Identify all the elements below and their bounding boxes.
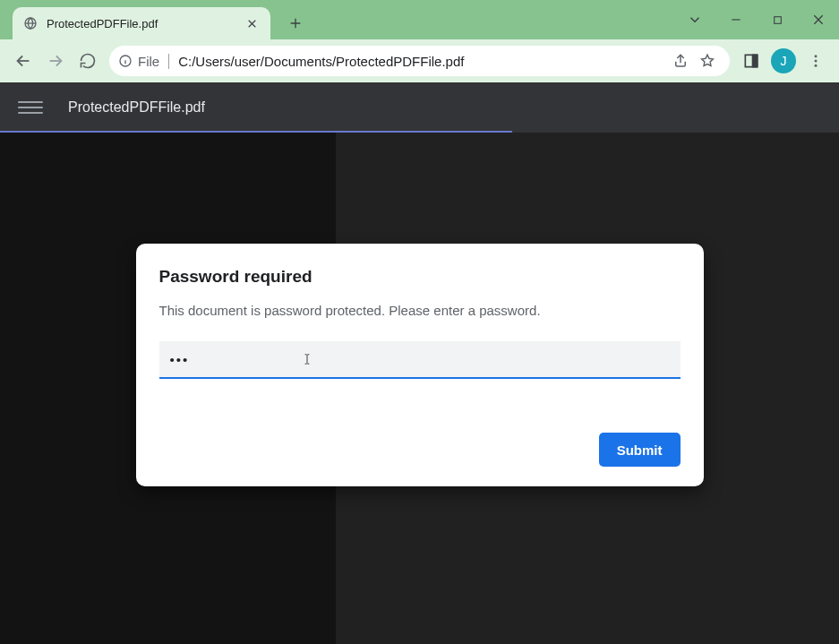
password-dialog: Password required This document is passw… <box>136 244 704 486</box>
reload-button[interactable] <box>72 45 104 77</box>
submit-button[interactable]: Submit <box>599 433 681 467</box>
dialog-scrim: Password required This document is passw… <box>0 82 839 644</box>
url-text: C:/Users/user/Documents/ProtectedPDFFile… <box>178 54 667 69</box>
origin-chip[interactable]: File <box>118 54 169 69</box>
overflow-menu-icon[interactable] <box>800 45 832 77</box>
svg-point-5 <box>815 55 818 57</box>
address-bar[interactable]: File C:/Users/user/Documents/ProtectedPD… <box>109 46 730 76</box>
new-tab-button[interactable] <box>283 11 308 36</box>
window-close-button[interactable] <box>798 6 839 33</box>
browser-titlebar: ProtectedPDFFile.pdf <box>0 0 839 39</box>
window-maximize-button[interactable] <box>757 6 798 33</box>
pdf-viewer: ProtectedPDFFile.pdf Password required T… <box>0 82 839 644</box>
info-icon <box>118 54 133 68</box>
avatar-initial: J <box>781 54 787 68</box>
chevron-down-icon[interactable] <box>674 6 715 33</box>
globe-icon <box>23 16 38 30</box>
browser-tab[interactable]: ProtectedPDFFile.pdf <box>13 7 270 39</box>
svg-point-6 <box>815 60 818 63</box>
profile-avatar[interactable]: J <box>771 48 796 73</box>
origin-label: File <box>138 54 159 69</box>
forward-button[interactable] <box>39 45 72 77</box>
star-icon[interactable] <box>694 47 721 74</box>
side-panel-icon[interactable] <box>735 45 767 77</box>
window-minimize-button[interactable] <box>715 6 757 33</box>
dialog-title: Password required <box>159 267 681 287</box>
window-controls <box>674 0 839 39</box>
back-button[interactable] <box>7 45 39 77</box>
password-input[interactable] <box>159 341 681 379</box>
svg-rect-1 <box>774 16 781 23</box>
svg-rect-4 <box>753 55 758 66</box>
browser-toolbar: File C:/Users/user/Documents/ProtectedPD… <box>0 39 839 82</box>
share-icon[interactable] <box>667 47 694 74</box>
tab-title: ProtectedPDFFile.pdf <box>47 17 244 30</box>
close-tab-icon[interactable] <box>244 15 260 31</box>
dialog-message: This document is password protected. Ple… <box>159 303 681 318</box>
svg-point-7 <box>815 64 818 67</box>
